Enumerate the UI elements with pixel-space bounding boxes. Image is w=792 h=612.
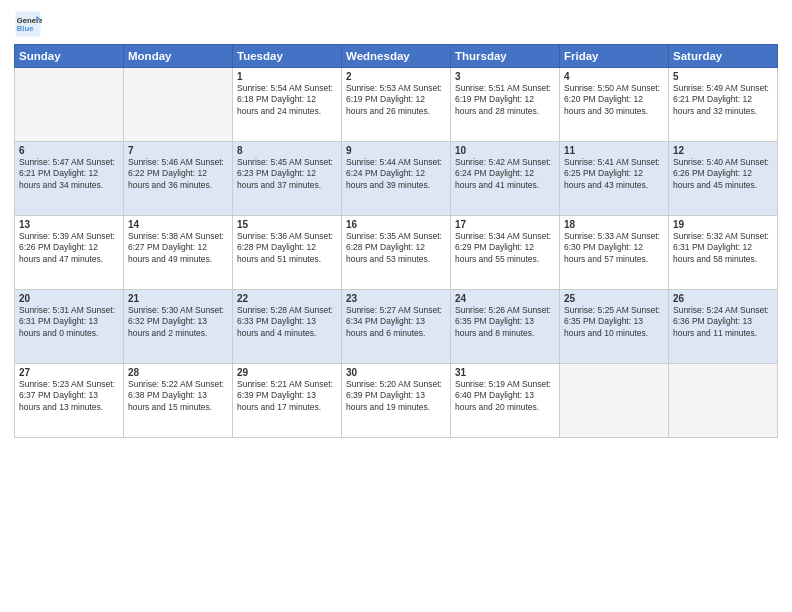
page: General Blue SundayMondayTuesdayWednesda… [0, 0, 792, 612]
calendar-body: 1Sunrise: 5:54 AM Sunset: 6:18 PM Daylig… [15, 68, 778, 438]
day-number: 16 [346, 219, 446, 230]
day-info: Sunrise: 5:40 AM Sunset: 6:26 PM Dayligh… [673, 157, 773, 191]
day-info: Sunrise: 5:22 AM Sunset: 6:38 PM Dayligh… [128, 379, 228, 413]
calendar-day-cell: 11Sunrise: 5:41 AM Sunset: 6:25 PM Dayli… [560, 142, 669, 216]
calendar-day-cell: 27Sunrise: 5:23 AM Sunset: 6:37 PM Dayli… [15, 364, 124, 438]
calendar-day-cell: 6Sunrise: 5:47 AM Sunset: 6:21 PM Daylig… [15, 142, 124, 216]
day-info: Sunrise: 5:27 AM Sunset: 6:34 PM Dayligh… [346, 305, 446, 339]
day-number: 20 [19, 293, 119, 304]
day-info: Sunrise: 5:53 AM Sunset: 6:19 PM Dayligh… [346, 83, 446, 117]
day-number: 23 [346, 293, 446, 304]
calendar-day-cell: 16Sunrise: 5:35 AM Sunset: 6:28 PM Dayli… [342, 216, 451, 290]
day-info: Sunrise: 5:28 AM Sunset: 6:33 PM Dayligh… [237, 305, 337, 339]
day-number: 15 [237, 219, 337, 230]
weekday-header-cell: Sunday [15, 45, 124, 68]
day-number: 24 [455, 293, 555, 304]
day-info: Sunrise: 5:33 AM Sunset: 6:30 PM Dayligh… [564, 231, 664, 265]
calendar-day-cell: 13Sunrise: 5:39 AM Sunset: 6:26 PM Dayli… [15, 216, 124, 290]
calendar-day-cell: 1Sunrise: 5:54 AM Sunset: 6:18 PM Daylig… [233, 68, 342, 142]
day-number: 22 [237, 293, 337, 304]
day-number: 28 [128, 367, 228, 378]
calendar-day-cell: 4Sunrise: 5:50 AM Sunset: 6:20 PM Daylig… [560, 68, 669, 142]
calendar-day-cell [124, 68, 233, 142]
day-number: 19 [673, 219, 773, 230]
day-info: Sunrise: 5:23 AM Sunset: 6:37 PM Dayligh… [19, 379, 119, 413]
day-info: Sunrise: 5:42 AM Sunset: 6:24 PM Dayligh… [455, 157, 555, 191]
day-info: Sunrise: 5:46 AM Sunset: 6:22 PM Dayligh… [128, 157, 228, 191]
day-info: Sunrise: 5:36 AM Sunset: 6:28 PM Dayligh… [237, 231, 337, 265]
weekday-header-row: SundayMondayTuesdayWednesdayThursdayFrid… [15, 45, 778, 68]
day-info: Sunrise: 5:26 AM Sunset: 6:35 PM Dayligh… [455, 305, 555, 339]
day-number: 29 [237, 367, 337, 378]
day-info: Sunrise: 5:25 AM Sunset: 6:35 PM Dayligh… [564, 305, 664, 339]
calendar-table: SundayMondayTuesdayWednesdayThursdayFrid… [14, 44, 778, 438]
calendar-day-cell: 9Sunrise: 5:44 AM Sunset: 6:24 PM Daylig… [342, 142, 451, 216]
svg-text:Blue: Blue [17, 24, 34, 33]
weekday-header-cell: Tuesday [233, 45, 342, 68]
day-info: Sunrise: 5:51 AM Sunset: 6:19 PM Dayligh… [455, 83, 555, 117]
calendar-day-cell [560, 364, 669, 438]
day-info: Sunrise: 5:44 AM Sunset: 6:24 PM Dayligh… [346, 157, 446, 191]
day-number: 8 [237, 145, 337, 156]
day-number: 9 [346, 145, 446, 156]
day-info: Sunrise: 5:20 AM Sunset: 6:39 PM Dayligh… [346, 379, 446, 413]
day-info: Sunrise: 5:49 AM Sunset: 6:21 PM Dayligh… [673, 83, 773, 117]
calendar-day-cell: 15Sunrise: 5:36 AM Sunset: 6:28 PM Dayli… [233, 216, 342, 290]
day-info: Sunrise: 5:32 AM Sunset: 6:31 PM Dayligh… [673, 231, 773, 265]
svg-text:General: General [17, 16, 42, 25]
calendar-day-cell: 2Sunrise: 5:53 AM Sunset: 6:19 PM Daylig… [342, 68, 451, 142]
calendar-week-row: 6Sunrise: 5:47 AM Sunset: 6:21 PM Daylig… [15, 142, 778, 216]
day-number: 31 [455, 367, 555, 378]
day-info: Sunrise: 5:19 AM Sunset: 6:40 PM Dayligh… [455, 379, 555, 413]
day-info: Sunrise: 5:21 AM Sunset: 6:39 PM Dayligh… [237, 379, 337, 413]
day-info: Sunrise: 5:38 AM Sunset: 6:27 PM Dayligh… [128, 231, 228, 265]
calendar-day-cell: 14Sunrise: 5:38 AM Sunset: 6:27 PM Dayli… [124, 216, 233, 290]
logo-icon: General Blue [14, 10, 42, 38]
day-number: 5 [673, 71, 773, 82]
day-number: 1 [237, 71, 337, 82]
day-number: 25 [564, 293, 664, 304]
logo: General Blue [14, 10, 46, 38]
calendar-day-cell: 24Sunrise: 5:26 AM Sunset: 6:35 PM Dayli… [451, 290, 560, 364]
day-number: 27 [19, 367, 119, 378]
calendar-day-cell: 7Sunrise: 5:46 AM Sunset: 6:22 PM Daylig… [124, 142, 233, 216]
day-number: 7 [128, 145, 228, 156]
day-number: 6 [19, 145, 119, 156]
day-number: 10 [455, 145, 555, 156]
calendar-day-cell: 3Sunrise: 5:51 AM Sunset: 6:19 PM Daylig… [451, 68, 560, 142]
calendar-day-cell: 10Sunrise: 5:42 AM Sunset: 6:24 PM Dayli… [451, 142, 560, 216]
day-info: Sunrise: 5:35 AM Sunset: 6:28 PM Dayligh… [346, 231, 446, 265]
day-info: Sunrise: 5:34 AM Sunset: 6:29 PM Dayligh… [455, 231, 555, 265]
day-info: Sunrise: 5:54 AM Sunset: 6:18 PM Dayligh… [237, 83, 337, 117]
weekday-header-cell: Saturday [669, 45, 778, 68]
calendar-week-row: 13Sunrise: 5:39 AM Sunset: 6:26 PM Dayli… [15, 216, 778, 290]
weekday-header-cell: Wednesday [342, 45, 451, 68]
day-info: Sunrise: 5:39 AM Sunset: 6:26 PM Dayligh… [19, 231, 119, 265]
calendar-day-cell [15, 68, 124, 142]
day-number: 3 [455, 71, 555, 82]
calendar-day-cell: 31Sunrise: 5:19 AM Sunset: 6:40 PM Dayli… [451, 364, 560, 438]
calendar-day-cell: 28Sunrise: 5:22 AM Sunset: 6:38 PM Dayli… [124, 364, 233, 438]
day-info: Sunrise: 5:31 AM Sunset: 6:31 PM Dayligh… [19, 305, 119, 339]
weekday-header-cell: Monday [124, 45, 233, 68]
day-info: Sunrise: 5:50 AM Sunset: 6:20 PM Dayligh… [564, 83, 664, 117]
day-number: 12 [673, 145, 773, 156]
day-number: 26 [673, 293, 773, 304]
calendar-day-cell: 29Sunrise: 5:21 AM Sunset: 6:39 PM Dayli… [233, 364, 342, 438]
day-number: 14 [128, 219, 228, 230]
calendar-day-cell [669, 364, 778, 438]
day-number: 21 [128, 293, 228, 304]
calendar-day-cell: 22Sunrise: 5:28 AM Sunset: 6:33 PM Dayli… [233, 290, 342, 364]
calendar-day-cell: 12Sunrise: 5:40 AM Sunset: 6:26 PM Dayli… [669, 142, 778, 216]
calendar-day-cell: 21Sunrise: 5:30 AM Sunset: 6:32 PM Dayli… [124, 290, 233, 364]
calendar-day-cell: 5Sunrise: 5:49 AM Sunset: 6:21 PM Daylig… [669, 68, 778, 142]
calendar-week-row: 20Sunrise: 5:31 AM Sunset: 6:31 PM Dayli… [15, 290, 778, 364]
day-number: 11 [564, 145, 664, 156]
calendar-day-cell: 20Sunrise: 5:31 AM Sunset: 6:31 PM Dayli… [15, 290, 124, 364]
day-info: Sunrise: 5:45 AM Sunset: 6:23 PM Dayligh… [237, 157, 337, 191]
day-number: 4 [564, 71, 664, 82]
calendar-day-cell: 23Sunrise: 5:27 AM Sunset: 6:34 PM Dayli… [342, 290, 451, 364]
header: General Blue [14, 10, 778, 38]
calendar-day-cell: 26Sunrise: 5:24 AM Sunset: 6:36 PM Dayli… [669, 290, 778, 364]
day-number: 13 [19, 219, 119, 230]
